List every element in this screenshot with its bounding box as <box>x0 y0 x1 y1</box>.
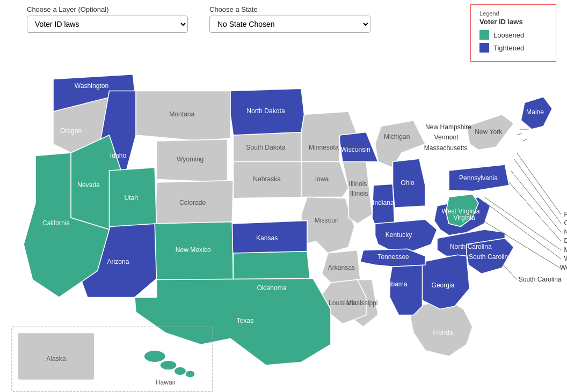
callout-connecticut: Connecticut <box>564 219 567 227</box>
state-maine[interactable] <box>521 97 552 130</box>
callout-west-virginia: West Virginia <box>560 264 567 271</box>
state-arkansas[interactable] <box>322 250 361 283</box>
legend-small-title: Legend <box>479 10 547 17</box>
state-montana[interactable] <box>136 91 230 142</box>
state-kansas[interactable] <box>232 221 307 255</box>
state-select[interactable]: No State Chosen AlabamaAlaskaArizona Ark… <box>209 16 370 33</box>
state-iowa[interactable] <box>301 162 348 197</box>
hawaii-shape3[interactable] <box>175 367 186 375</box>
state-wisconsin[interactable] <box>340 132 379 162</box>
state-colorado[interactable] <box>155 181 233 224</box>
state-north-dakota[interactable] <box>230 88 304 135</box>
state-south-dakota[interactable] <box>234 132 302 162</box>
hawaii-shape2[interactable] <box>160 360 177 370</box>
state-new-york[interactable] <box>467 115 514 150</box>
state-label: Choose a State <box>209 5 370 13</box>
state-missouri[interactable] <box>301 197 354 254</box>
state-wyoming[interactable] <box>157 139 228 182</box>
state-nebraska[interactable] <box>234 159 308 198</box>
callout-maryland: Maryland <box>564 246 567 254</box>
alaska-box <box>18 333 95 380</box>
us-map[interactable]: Washington Oregon Idaho Nevada Californi… <box>0 38 567 392</box>
state-indiana[interactable] <box>372 184 395 225</box>
callout-new-hampshire: New Hampshire <box>425 123 471 131</box>
state-pennsylvania[interactable] <box>449 165 509 191</box>
state-new-mexico[interactable] <box>155 222 233 280</box>
state-alabama[interactable] <box>390 261 423 315</box>
callout-rhode-island: Rhode Island <box>564 211 567 218</box>
callout-line-ct <box>514 159 561 224</box>
callout-dc: Washington D.C. <box>564 255 567 262</box>
state-georgia[interactable] <box>419 255 470 309</box>
state-texas[interactable] <box>135 278 331 365</box>
callout-south-carolina-2: South Carolina <box>519 276 562 283</box>
state-utah[interactable] <box>110 168 157 227</box>
legend-title: Voter ID laws <box>479 18 547 26</box>
callout-massachusetts: Massachusetts <box>424 144 468 152</box>
layer-control-group: Choose a Layer (Optional) Voter ID laws … <box>27 5 188 33</box>
callout-line-vt <box>517 134 522 135</box>
state-kentucky[interactable] <box>375 219 438 253</box>
layer-label: Choose a Layer (Optional) <box>27 5 188 13</box>
state-tennessee[interactable] <box>360 249 425 267</box>
callout-new-jersey: New Jersey <box>564 228 567 236</box>
hawaii-shape4[interactable] <box>185 371 195 378</box>
state-oklahoma[interactable] <box>234 252 310 283</box>
map-container: Washington Oregon Idaho Nevada Californi… <box>0 38 567 392</box>
callout-vermont: Vermont <box>434 134 459 141</box>
label-hawaii: Hawaii <box>156 379 175 386</box>
state-ohio[interactable] <box>393 159 426 208</box>
callout-delaware: Delaware <box>564 237 567 245</box>
hawaii-shape1[interactable] <box>144 351 165 363</box>
state-control-group: Choose a State No State Chosen AlabamaAl… <box>209 5 370 33</box>
callout-line-ma <box>523 139 527 141</box>
layer-select[interactable]: Voter ID laws None <box>27 16 188 33</box>
